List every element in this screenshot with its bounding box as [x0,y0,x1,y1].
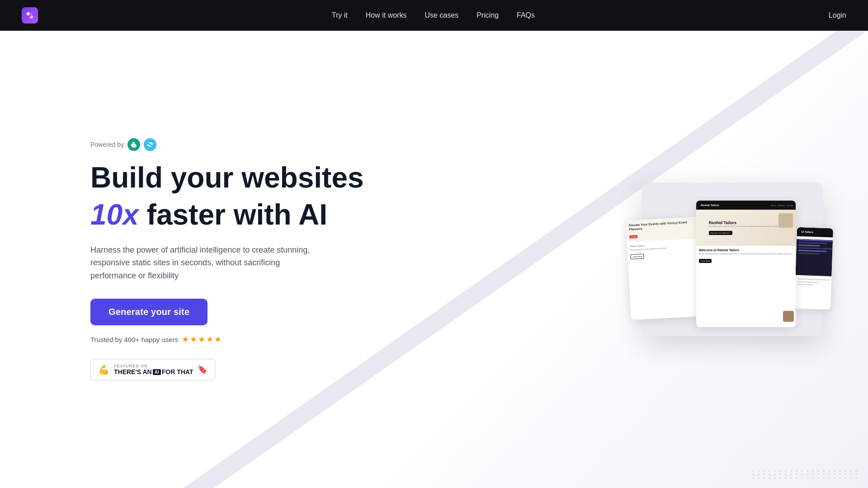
nav-link-use-cases[interactable]: Use cases [425,11,458,19]
welcome-text: We are dedicated tailors, creating amazi… [699,253,793,255]
svg-point-2 [31,13,33,15]
badge-text: FEATURED ON THERE'S AN AI FOR THAT [114,364,193,375]
headline-line1: Build your websites [90,162,493,193]
main-card: Rashid Tailors Home Services Contact Ras… [696,201,796,327]
star-rating: ★★★★★ [182,334,222,344]
welcome-section: Welcome to Rashid Tailors We are dedicat… [696,246,796,266]
hero-right: Elevate Your Events with Victory Event P… [493,183,823,336]
code-preview [795,239,833,277]
powered-by-text: Powered by [90,141,124,148]
welcome-title: Welcome to Rashid Tailors [699,249,793,252]
tailwind-icon [144,138,156,151]
code-brand: id Tailors [802,230,813,234]
generate-site-button[interactable]: Generate your site [90,299,208,325]
code-card: id Tailors [794,227,833,310]
svg-point-0 [27,12,30,15]
badge-title-after: FOR THAT [162,368,193,375]
headline-rest: faster with AI [139,198,327,231]
event-card-title: Elevate Your Events with Victory Event P… [629,220,696,231]
nav-link-how-it-works[interactable]: How it works [366,11,407,19]
nav-link-try-it[interactable]: Try it [332,11,348,19]
badge-bookmark-icon: 🔖 [198,365,208,375]
thumb-image-2 [783,311,794,322]
card-hero-image: Rashid Tailors We make custom tailored s… [696,210,796,246]
featured-badge: 💪 FEATURED ON THERE'S AN AI FOR THAT 🔖 [90,359,215,380]
card-brand: Rashid Tailors [701,204,719,206]
rashid-name: Rashid Tailors [709,221,783,225]
dot-grid: // Render dots inline for(let i=0;i<60;i… [752,470,859,479]
trust-text: Trusted by 400+ happy users [90,336,178,343]
badge-arm-icon: 💪 [98,364,109,375]
openai-icon [127,138,140,151]
welcome-btn: Learn More [699,259,712,263]
powered-by-row: Powered by [90,138,493,151]
rashid-sub: We make custom tailored suits for any oc… [709,225,783,227]
badge-label: FEATURED ON [114,364,193,368]
thumb-image [778,213,793,228]
headline-highlight: 10x [90,198,139,231]
event-badge: Events [629,235,638,239]
event-card-content: Rashid Tailors Professional event planni… [627,239,700,262]
logo-icon [22,7,38,23]
navbar: Try it How it works Use cases Pricing FA… [0,0,868,31]
code-content [795,275,831,290]
nav-link-pricing[interactable]: Pricing [476,11,499,19]
card-nav-links: Home Services Contact [771,204,793,206]
event-card: Elevate Your Events with Victory Event P… [626,217,703,320]
nav-link-faqs[interactable]: FAQs [517,11,535,19]
code-card-nav: id Tailors [797,227,833,238]
badge-title-before: THERE'S AN [114,368,152,375]
svg-point-1 [30,15,33,19]
event-btn: Learn More [630,254,644,260]
nav-links: Try it How it works Use cases Pricing FA… [332,11,535,19]
hero-section: Powered by Build your websites 10x faste… [0,31,868,488]
card-hero-text: Rashid Tailors We make custom tailored s… [705,217,787,239]
card-nav: Rashid Tailors Home Services Contact [696,201,796,210]
badge-title-row: THERE'S AN AI FOR THAT [114,368,193,375]
trust-row: Trusted by 400+ happy users ★★★★★ [90,334,493,344]
hero-left: Powered by Build your websites 10x faste… [90,138,493,380]
rashid-btn: Discover Our Collection › [709,231,732,235]
badge-ai-label: AI [153,369,161,375]
logo[interactable] [22,7,38,23]
event-card-header: Elevate Your Events with Victory Event P… [626,217,699,242]
login-button[interactable]: Login [829,11,846,19]
mockup-container: Elevate Your Events with Victory Event P… [642,183,823,336]
hero-description: Harness the power of artificial intellig… [90,244,326,282]
headline-line2: 10x faster with AI [90,199,493,230]
